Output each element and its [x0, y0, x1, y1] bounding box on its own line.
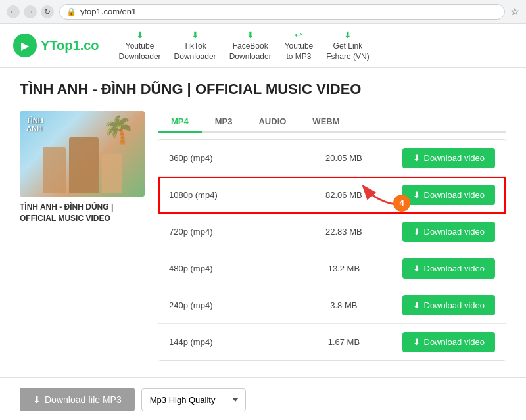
nav-youtube-line1: Youtube [126, 41, 155, 52]
nav-item-ytmp3[interactable]: ↩ Youtube to MP3 [285, 29, 314, 62]
browser-actions: ☆ [510, 5, 519, 18]
download-section: MP4 MP3 AUDIO WEBM 360p (mp4) 20.05 MB ⬇… [158, 111, 506, 361]
download-mp3-button[interactable]: ⬇ Download file MP3 [20, 388, 135, 411]
browser-bar: ← → ↻ 🔒 ytop1.com/en1 ☆ [0, 0, 526, 24]
quality-size-480p: 13.2 MB [285, 264, 402, 273]
download-icon-480p: ⬇ [413, 264, 420, 273]
address-bar[interactable]: 🔒 ytop1.com/en1 [59, 4, 505, 20]
url-text: ytop1.com/en1 [80, 7, 136, 16]
download-icon-144p: ⬇ [413, 337, 420, 347]
download-btn-240p[interactable]: ⬇ Download video [402, 295, 496, 315]
lock-icon: 🔒 [66, 7, 76, 16]
thumbnail-section: 🌴 TÌNHANH TÌNH ANH - ĐÌNH DŨNG | OFFICIA… [20, 111, 145, 361]
tab-audio[interactable]: AUDIO [245, 111, 299, 133]
download-label-1080p: Download video [424, 190, 485, 200]
thumbnail-watermark: TÌNHANH [26, 116, 43, 132]
download-icon-1080p: ⬇ [413, 190, 420, 200]
nav-tiktok-line1: TikTok [183, 41, 206, 52]
youtube-download-icon: ⬇ [136, 29, 144, 41]
mp3-download-icon: ⬇ [33, 394, 41, 405]
nav-item-tiktok[interactable]: ⬇ TikTok Downloader [174, 29, 216, 62]
download-btn-360p[interactable]: ⬇ Download video [402, 148, 496, 168]
refresh-button[interactable]: ↻ [41, 5, 54, 18]
ytmp3-icon: ↩ [295, 29, 302, 41]
quality-label-480p: 480p (mp4) [169, 264, 285, 273]
nav-facebook-line1: FaceBook [233, 41, 268, 52]
nav-ytmp3-line1: Youtube [285, 41, 314, 52]
page-title: TÌNH ANH - ĐÌNH DŨNG | OFFICIAL MUSIC VI… [20, 81, 506, 98]
nav-fshare-line1: Get Link [333, 41, 363, 52]
video-thumbnail: 🌴 TÌNHANH [20, 111, 145, 197]
download-icon-240p: ⬇ [413, 300, 420, 310]
nav-youtube-line2: Downloader [119, 52, 161, 62]
nav-ytmp3-line2: to MP3 [286, 52, 311, 62]
bookmark-icon[interactable]: ☆ [510, 5, 519, 18]
quality-row-360p: 360p (mp4) 20.05 MB ⬇ Download video [158, 140, 506, 177]
content-area: 🌴 TÌNHANH TÌNH ANH - ĐÌNH DŨNG | OFFICIA… [20, 111, 506, 361]
download-icon-360p: ⬇ [413, 153, 420, 163]
nav-tiktok-line2: Downloader [174, 52, 216, 62]
download-label-240p: Download video [424, 300, 485, 310]
tab-mp3[interactable]: MP3 [202, 111, 246, 133]
nav-item-fshare[interactable]: ⬇ Get Link Fshare (VN) [326, 29, 369, 62]
quality-row-480p: 480p (mp4) 13.2 MB ⬇ Download video [158, 250, 506, 287]
fshare-download-icon: ⬇ [344, 29, 352, 41]
mp3-button-label: Download file MP3 [45, 394, 122, 405]
download-label-720p: Download video [424, 227, 485, 237]
facebook-download-icon: ⬇ [247, 29, 254, 41]
quality-size-1080p: 82.06 MB [285, 190, 402, 200]
quality-size-720p: 22.83 MB [285, 227, 402, 237]
quality-row-144p: 144p (mp4) 1.67 MB ⬇ Download video [158, 324, 506, 360]
format-tabs: MP4 MP3 AUDIO WEBM [158, 111, 506, 133]
nav-item-facebook[interactable]: ⬇ FaceBook Downloader [229, 29, 272, 62]
main-content: TÌNH ANH - ĐÌNH DŨNG | OFFICIAL MUSIC VI… [0, 68, 526, 374]
mp3-quality-select[interactable]: Mp3 High Quality Mp3 Normal Quality Mp3 … [141, 388, 246, 411]
quality-label-720p: 720p (mp4) [169, 227, 285, 237]
logo[interactable]: ▶ YTop1.co [13, 34, 99, 57]
bottom-bar: ⬇ Download file MP3 Mp3 High Quality Mp3… [0, 377, 526, 420]
quality-row-1080p: 1080p (mp4) 82.06 MB ⬇ Download video [158, 177, 506, 214]
logo-text: YTop1.co [41, 38, 99, 53]
quality-label-240p: 240p (mp4) [169, 300, 285, 310]
quality-size-144p: 1.67 MB [285, 337, 402, 347]
tab-mp4[interactable]: MP4 [158, 111, 202, 133]
nav-fshare-line2: Fshare (VN) [326, 52, 369, 62]
download-label-144p: Download video [424, 337, 485, 347]
download-btn-1080p[interactable]: ⬇ Download video [402, 185, 496, 205]
download-icon-720p: ⬇ [413, 227, 420, 237]
tiktok-download-icon: ⬇ [191, 29, 199, 41]
quality-list: 360p (mp4) 20.05 MB ⬇ Download video 108… [158, 139, 506, 361]
back-button[interactable]: ← [7, 5, 20, 18]
thumbnail-label: TÌNH ANH - ĐÌNH DŨNG | OFFICIAL MUSIC VI… [20, 202, 145, 224]
download-label-360p: Download video [424, 153, 485, 163]
download-btn-720p[interactable]: ⬇ Download video [402, 222, 496, 242]
quality-row-720p: 720p (mp4) 22.83 MB ⬇ Download video [158, 214, 506, 250]
browser-controls: ← → ↻ [7, 5, 54, 18]
forward-button[interactable]: → [24, 5, 37, 18]
quality-row-240p: 240p (mp4) 3.8 MB ⬇ Download video [158, 287, 506, 324]
nav-items: ⬇ Youtube Downloader ⬇ TikTok Downloader… [119, 29, 370, 62]
quality-label-144p: 144p (mp4) [169, 337, 285, 347]
quality-size-240p: 3.8 MB [285, 300, 402, 310]
quality-label-360p: 360p (mp4) [169, 153, 285, 163]
download-btn-144p[interactable]: ⬇ Download video [402, 332, 496, 352]
site-header: ▶ YTop1.co ⬇ Youtube Downloader ⬇ TikTok… [0, 24, 526, 68]
download-label-480p: Download video [424, 264, 485, 273]
download-btn-480p[interactable]: ⬇ Download video [402, 258, 496, 279]
quality-size-360p: 20.05 MB [285, 153, 402, 163]
tab-webm[interactable]: WEBM [299, 111, 352, 133]
nav-facebook-line2: Downloader [229, 52, 272, 62]
quality-label-1080p: 1080p (mp4) [169, 190, 285, 200]
logo-icon: ▶ [13, 34, 37, 57]
nav-item-youtube[interactable]: ⬇ Youtube Downloader [119, 29, 161, 62]
